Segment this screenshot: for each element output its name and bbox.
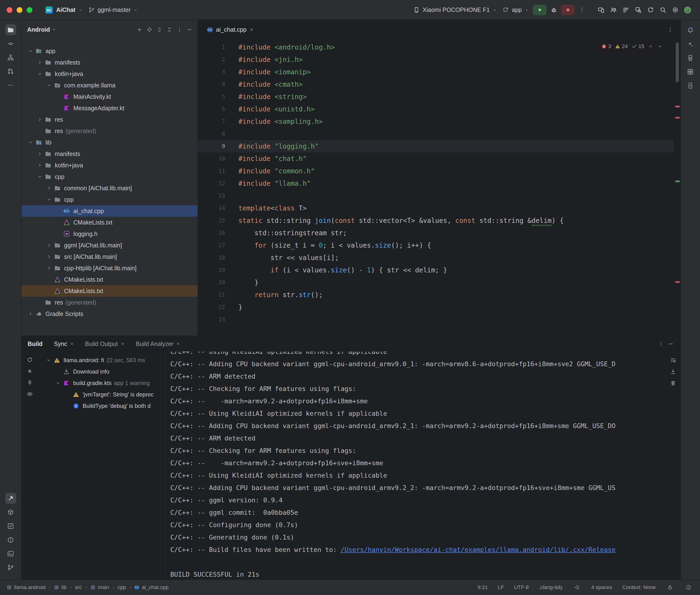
project-tree-item[interactable]: cpp (22, 171, 198, 182)
status-item[interactable]: 4 spaces (591, 584, 612, 591)
chevron-right-icon[interactable] (45, 186, 53, 191)
git-branch-icon[interactable] (5, 562, 16, 573)
chevron-right-icon[interactable] (26, 311, 35, 316)
code-line[interactable]: 2#include <jni.h> (198, 53, 674, 66)
search-icon[interactable] (657, 4, 668, 16)
run-button[interactable] (533, 5, 547, 15)
warning-summary[interactable]: 24 (615, 43, 627, 50)
chevron-right-icon[interactable] (35, 117, 44, 122)
more-v-icon[interactable] (175, 25, 184, 34)
scrollbar-thumb[interactable] (676, 42, 679, 82)
project-tree-item[interactable]: src [AiChat.lib.main] (22, 251, 198, 262)
project-tree-item[interactable]: MessageAdapter.kt (22, 103, 198, 114)
project-tree-item[interactable]: manifests (22, 148, 198, 160)
status-item[interactable]: .clang-tidy (539, 584, 563, 591)
hide-icon[interactable] (666, 339, 675, 348)
problems-icon[interactable] (5, 534, 16, 545)
running-devices-icon[interactable] (685, 80, 696, 91)
lock-icon[interactable] (666, 583, 674, 592)
project-tree-item[interactable]: common [AiChat.lib.main] (22, 182, 198, 194)
chevron-down-icon[interactable] (45, 83, 53, 88)
project-tree-item[interactable]: res(generated) (22, 297, 198, 308)
code-line[interactable]: 15static std::string join(const std::vec… (198, 214, 674, 227)
code-line[interactable]: 12#include "llama.h" (198, 177, 674, 190)
project-tree-item[interactable]: res(generated) (22, 125, 198, 137)
device-mirroring-icon[interactable] (595, 4, 607, 16)
project-tree-item[interactable]: CMakeLists.txt (22, 274, 198, 285)
inspections-widget[interactable]: 3 24 15 (599, 42, 665, 51)
project-tree-item[interactable]: Hlogging.h (22, 228, 198, 239)
build-tree-item[interactable]: 'jvmTarget': String' is deprec (38, 389, 165, 400)
ai-sparkle-icon[interactable] (685, 38, 696, 50)
project-tree-item[interactable]: kotlin+java (22, 68, 198, 80)
code-line[interactable]: 19 if (i < values.size() - 1) { str << d… (198, 264, 674, 276)
project-tree-item[interactable]: res (22, 114, 198, 125)
breadcrumb-item[interactable]: src (75, 584, 82, 591)
code-line[interactable]: 7#include <sampling.h> (198, 115, 674, 128)
build-tab-build-analyzer[interactable]: Build Analyzer (136, 340, 180, 347)
code-line[interactable]: 22} (198, 301, 674, 313)
build-tab-build-output[interactable]: Build Output (85, 340, 125, 347)
code-with-me-icon[interactable] (608, 4, 619, 16)
close-tab-icon[interactable] (120, 342, 125, 346)
minimize-window-button[interactable] (17, 7, 22, 13)
commit-icon[interactable] (5, 38, 16, 49)
project-view-selector[interactable]: Android (27, 26, 50, 33)
build-hammer-icon[interactable] (5, 493, 16, 504)
editor-options-icon[interactable] (665, 25, 675, 35)
code-line[interactable]: 13 (198, 190, 674, 202)
change-stripe-mark[interactable] (675, 180, 680, 182)
close-tab-icon[interactable] (70, 342, 74, 346)
close-tab-icon[interactable] (249, 27, 254, 32)
scroll-end-icon[interactable] (668, 366, 678, 377)
project-folder-icon[interactable] (5, 24, 16, 35)
build-tab-sync[interactable]: Sync (54, 340, 74, 347)
layout-grid-icon[interactable] (685, 66, 696, 77)
locate-icon[interactable] (145, 25, 154, 34)
profile-avatar[interactable] (682, 4, 693, 16)
chevron-right-icon[interactable] (35, 163, 44, 168)
error-stripe-mark[interactable] (675, 117, 680, 119)
next-issue-button[interactable] (657, 44, 662, 49)
build-console[interactable]: C/C++: -- Using KleidiAI optimized kerne… (165, 352, 666, 579)
error-stripe-mark[interactable] (675, 106, 680, 107)
rerun-icon[interactable] (25, 355, 35, 365)
terminal-icon[interactable] (5, 548, 16, 559)
more-actions-icon[interactable] (577, 4, 587, 16)
app-inspection-icon[interactable] (633, 4, 644, 16)
run-config-selector[interactable]: app (500, 4, 532, 15)
status-item[interactable]: 9:21 (478, 584, 488, 591)
breadcrumb-item[interactable]: main (90, 584, 109, 591)
breadcrumb-item[interactable]: cpp (117, 584, 126, 591)
code-editor[interactable]: 1#include <android/log.h>2#include <jni.… (198, 39, 680, 336)
zoom-window-button[interactable] (27, 7, 32, 13)
project-tree-item[interactable]: C++ai_chat.cpp (22, 205, 198, 217)
editor-scrollbar[interactable] (674, 39, 680, 336)
editor-tab-ai-chat-cpp[interactable]: C++ ai_chat.cpp (203, 20, 258, 39)
chevron-right-icon[interactable] (35, 60, 44, 65)
code-line[interactable]: 16 std::ostringstream str; (198, 227, 674, 239)
project-selector[interactable]: AC AiChat (42, 4, 85, 16)
hide-icon[interactable] (185, 25, 194, 34)
chevron-down-icon[interactable] (45, 197, 53, 202)
project-tree-item[interactable]: kotlin+java (22, 160, 198, 171)
project-tree-item[interactable]: ggml [AiChat.lib.main] (22, 239, 198, 251)
code-line[interactable]: 9#include "logging.h" (198, 140, 674, 152)
chevron-down-icon[interactable] (35, 71, 44, 77)
stop-gray-icon[interactable] (25, 366, 35, 376)
settings-icon[interactable] (670, 4, 681, 16)
project-tree-item[interactable]: MainActivity.kt (22, 91, 198, 103)
stop-button[interactable] (561, 5, 575, 15)
more-v-icon[interactable] (656, 339, 666, 348)
project-tree-item[interactable]: com.example.llama (22, 80, 198, 91)
chevron-down-icon[interactable] (54, 380, 62, 386)
chevron-right-icon[interactable] (45, 243, 53, 248)
project-tree-item[interactable]: CMakeLists.txt (22, 217, 198, 228)
console-link[interactable]: /Users/hanyin/Workspace/ai-chat/examples… (341, 546, 615, 553)
build-tree-item[interactable]: BuildType 'debug' is both d (38, 400, 165, 412)
error-summary[interactable]: 3 (601, 43, 611, 50)
status-item[interactable]: Context: None (622, 584, 656, 591)
chevron-right-icon[interactable] (45, 265, 53, 271)
clear-icon[interactable] (668, 378, 678, 388)
code-line[interactable]: 17 for (size_t i = 0; i < values.size();… (198, 239, 674, 251)
